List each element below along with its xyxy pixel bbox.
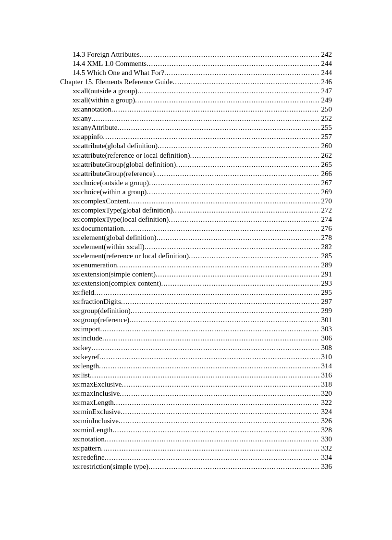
toc-entry-title: xs:pattern: [73, 444, 101, 453]
toc-entry-title: xs:group(reference): [73, 315, 129, 325]
toc-entry-title: xs:notation: [73, 435, 105, 444]
toc-entry-page: 244: [319, 59, 332, 68]
toc-dot-leader: [190, 151, 319, 160]
toc-dot-leader: [173, 77, 319, 87]
toc-entry-title: xs:field: [73, 288, 94, 297]
toc-entry-page: 334: [319, 453, 332, 462]
toc-dot-leader: [100, 325, 319, 334]
toc-entry: xs:minExclusive 324: [60, 407, 332, 416]
toc-dot-leader: [172, 206, 319, 215]
toc-entry-page: 299: [319, 306, 332, 315]
toc-entry-page: 336: [319, 462, 332, 471]
toc-entry: xs:extension(simple content) 291: [60, 270, 332, 279]
toc-entry-page: 316: [319, 371, 332, 380]
toc-entry: xs:group(reference) 301: [60, 315, 332, 325]
toc-entry: xs:include 306: [60, 334, 332, 343]
toc-entry-page: 272: [319, 206, 332, 215]
toc-dot-leader: [147, 188, 319, 197]
toc-entry-page: 322: [319, 398, 332, 407]
toc-entry-page: 308: [319, 343, 332, 352]
toc-entry-page: 301: [319, 315, 332, 325]
toc-entry-title: xs:all(within a group): [73, 96, 135, 105]
toc-entry: xs:attribute(global definition) 260: [60, 141, 332, 151]
toc-entry-page: 247: [319, 87, 332, 96]
toc-entry-page: 310: [319, 352, 332, 362]
toc-entry-page: 324: [319, 407, 332, 416]
toc-entry-page: 255: [319, 123, 332, 132]
toc-entry-title: xs:extension(simple content): [73, 270, 156, 279]
toc-entry-page: 266: [319, 169, 332, 178]
toc-entry: xs:appinfo 257: [60, 132, 332, 141]
toc-entry-title: xs:attribute(global definition): [73, 141, 158, 151]
toc-entry: xs:element(within xs:all) 282: [60, 242, 332, 251]
toc-entry-page: 297: [319, 297, 332, 306]
toc-entry-page: 244: [319, 68, 332, 77]
toc-entry-title: xs:keyref: [73, 352, 99, 362]
toc-dot-leader: [122, 380, 319, 389]
toc-entry-title: xs:include: [73, 334, 102, 343]
toc-entry-title: xs:maxExclusive: [73, 380, 122, 389]
toc-dot-leader: [94, 288, 319, 297]
toc-entry: xs:maxInclusive 320: [60, 389, 332, 398]
toc-entry: xs:complexType(local definition) 274: [60, 215, 332, 224]
toc-dot-leader: [156, 270, 319, 279]
toc-entry-title: xs:attributeGroup(global definition): [73, 160, 176, 169]
toc-entry-title: xs:restriction(simple type): [73, 462, 148, 471]
toc-entry-title: xs:annotation: [73, 105, 111, 114]
toc-entry-title: xs:attributeGroup(reference): [73, 169, 155, 178]
toc-dot-leader: [189, 251, 319, 261]
toc-entry: 14.4 XML 1.0 Comments 244: [60, 59, 332, 68]
toc-entry-title: 14.5 Which One and What For?: [73, 68, 164, 77]
toc-dot-leader: [164, 68, 319, 77]
toc-entry: xs:group(definition) 299: [60, 306, 332, 315]
toc-entry: xs:minInclusive 326: [60, 416, 332, 426]
toc-entry-title: 14.4 XML 1.0 Comments: [73, 59, 147, 68]
toc-entry-title: xs:element(global definition): [73, 233, 157, 242]
toc-entry: xs:import 303: [60, 325, 332, 334]
toc-dot-leader: [161, 279, 319, 288]
toc-dot-leader: [117, 261, 319, 270]
toc-entry-page: 293: [319, 279, 332, 288]
toc-entry-page: 262: [319, 151, 332, 160]
toc-entry-page: 306: [319, 334, 332, 343]
toc-entry: xs:maxExclusive 318: [60, 380, 332, 389]
toc-dot-leader: [145, 242, 319, 251]
toc-dot-leader: [157, 233, 319, 242]
toc-entry-title: xs:fractionDigits: [73, 297, 121, 306]
toc-entry: 14.3 Foreign Attributes 242: [60, 50, 332, 59]
toc-entry: xs:any 252: [60, 114, 332, 123]
toc-entry-title: xs:any: [73, 114, 91, 123]
toc-entry: xs:attributeGroup(reference) 266: [60, 169, 332, 178]
toc-entry: xs:notation 330: [60, 435, 332, 444]
toc-dot-leader: [148, 462, 319, 471]
toc-entry: xs:maxLength 322: [60, 398, 332, 407]
toc-entry: xs:minLength 328: [60, 426, 332, 435]
toc-entry-page: 285: [319, 251, 332, 261]
toc-dot-leader: [158, 141, 319, 151]
toc-entry-page: 289: [319, 261, 332, 270]
toc-entry-title: xs:appinfo: [73, 132, 103, 141]
toc-entry-page: 270: [319, 197, 332, 206]
toc-entry-title: xs:import: [73, 325, 100, 334]
toc-entry-page: 303: [319, 325, 332, 334]
toc-entry: xs:documentation 276: [60, 224, 332, 233]
toc-dot-leader: [112, 426, 319, 435]
toc-entry-page: 267: [319, 178, 332, 188]
toc-dot-leader: [111, 105, 319, 114]
toc-dot-leader: [137, 87, 319, 96]
toc-entry-page: 330: [319, 435, 332, 444]
toc-entry: xs:complexContent 270: [60, 197, 332, 206]
toc-dot-leader: [105, 453, 319, 462]
toc-entry-title: xs:element(reference or local definition…: [73, 251, 189, 261]
toc-entry-title: xs:minExclusive: [73, 407, 121, 416]
toc-entry-page: 252: [319, 114, 332, 123]
toc-dot-leader: [99, 352, 319, 362]
toc-dot-leader: [117, 123, 319, 132]
toc-container: 14.3 Foreign Attributes 24214.4 XML 1.0 …: [60, 50, 332, 471]
toc-entry: xs:anyAttribute 255: [60, 123, 332, 132]
toc-dot-leader: [102, 334, 319, 343]
toc-dot-leader: [155, 169, 319, 178]
toc-entry-title: xs:documentation: [73, 224, 124, 233]
toc-dot-leader: [129, 197, 319, 206]
toc-entry-page: 291: [319, 270, 332, 279]
